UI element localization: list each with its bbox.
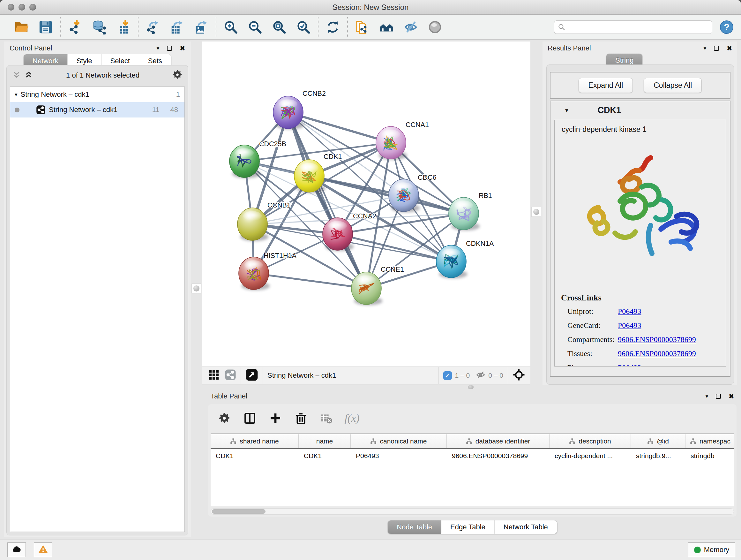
control-panel-float-icon[interactable] <box>167 46 172 51</box>
table-cell[interactable]: CDK1 <box>299 449 351 463</box>
node-label: CCNB1 <box>267 201 291 209</box>
export-table-button[interactable] <box>169 19 185 35</box>
left-splitter-handle[interactable] <box>192 284 201 294</box>
column-header-shared-name[interactable]: shared name <box>211 434 299 448</box>
right-splitter-handle[interactable] <box>531 207 541 217</box>
network-edge[interactable] <box>254 273 366 288</box>
table-row[interactable]: CDK1CDK1P064939606.ENSP00000378699cyclin… <box>211 449 734 463</box>
column-header-canonical-name[interactable]: canonical name <box>351 434 447 448</box>
network-node-CDKN1A[interactable]: CDKN1A <box>436 240 494 278</box>
collection-expand-icon[interactable]: ▾ <box>15 91 17 98</box>
columns-button[interactable] <box>243 412 257 425</box>
entry-collapse-icon[interactable]: ▾ <box>565 107 568 114</box>
window-title: Session: New Session <box>0 3 741 12</box>
network-node-RB1[interactable]: RB1 <box>449 192 492 231</box>
warnings-button[interactable] <box>34 543 52 557</box>
save-session-button[interactable] <box>38 19 54 35</box>
birds-eye-view-icon[interactable] <box>208 369 219 382</box>
memory-button[interactable]: Memory <box>688 543 735 557</box>
network-edge[interactable] <box>288 112 391 143</box>
export-image-button[interactable] <box>193 19 209 35</box>
column-header-description[interactable]: description <box>549 434 631 448</box>
results-panel-float-icon[interactable] <box>714 46 719 51</box>
search-input[interactable] <box>568 23 709 31</box>
detach-view-icon[interactable] <box>246 368 258 383</box>
export-network-button[interactable] <box>145 19 161 35</box>
crosslink-row: Tissues:9606.ENSP00000378699 <box>567 349 721 358</box>
column-header-database-identifier[interactable]: database identifier <box>447 434 549 448</box>
zoom-selected-button[interactable] <box>295 19 312 35</box>
crosslink-link[interactable]: P06493 <box>618 321 641 330</box>
table-panel-collapse-icon[interactable]: ▾ <box>705 394 709 399</box>
network-node-HIST1H1A[interactable]: HIST1H1A <box>239 252 296 290</box>
scrollbar-thumb[interactable] <box>212 509 266 514</box>
help-button[interactable]: ? <box>719 20 734 35</box>
statusbar-separator <box>508 367 508 384</box>
expand-all-networks-icon[interactable] <box>24 70 33 81</box>
column-header-name[interactable]: name <box>299 434 351 448</box>
table-cell[interactable]: stringdb <box>685 449 734 463</box>
tab-network-table[interactable]: Network Table <box>495 520 557 534</box>
collapse-all-button[interactable]: Collapse All <box>644 78 702 93</box>
network-column-icon <box>230 438 237 444</box>
refresh-layout-button[interactable] <box>325 19 341 35</box>
add-button[interactable] <box>269 412 282 425</box>
crosslink-link[interactable]: P06493 <box>618 307 641 316</box>
network-edge[interactable] <box>309 176 464 213</box>
column-header-namespac[interactable]: namespac <box>685 434 734 448</box>
copy-share-document-button[interactable] <box>354 19 370 35</box>
import-table-file-button[interactable] <box>116 19 131 35</box>
memory-label: Memory <box>704 546 729 554</box>
crosslink-link[interactable]: 9606.ENSP00000378699 <box>618 335 696 344</box>
tab-node-table[interactable]: Node Table <box>388 520 441 534</box>
show-hide-graphics-button[interactable] <box>403 19 419 35</box>
zoom-out-button[interactable] <box>247 19 263 35</box>
table-panel-close-icon[interactable]: ✖ <box>729 393 734 399</box>
control-panel-collapse-icon[interactable]: ▾ <box>157 46 159 51</box>
table-cell[interactable]: 9606.ENSP00000378699 <box>447 449 549 463</box>
import-network-database-button[interactable] <box>91 19 107 35</box>
fx-button[interactable]: f(x) <box>345 412 359 425</box>
collapse-all-networks-icon[interactable] <box>12 70 21 81</box>
table-panel-float-icon[interactable] <box>716 394 721 399</box>
results-panel-collapse-icon[interactable]: ▾ <box>704 46 706 51</box>
table-cell[interactable]: CDK1 <box>211 449 299 463</box>
first-neighbors-button[interactable] <box>379 19 394 35</box>
network-collection-row[interactable]: ▾ String Network – cdk1 1 <box>10 87 185 102</box>
network-node-CCNA1[interactable]: CCNA1 <box>376 121 429 160</box>
table-delete-button[interactable] <box>320 412 333 425</box>
gear-button[interactable] <box>218 412 231 425</box>
network-node-CCNB2[interactable]: CCNB2 <box>273 90 326 129</box>
string-results-body: Expand All Collapse All ▾ CDK1 cyclin-de… <box>546 64 734 385</box>
network-options-gear-icon[interactable] <box>172 69 183 81</box>
zoom-fit-button[interactable] <box>271 19 287 35</box>
network-canvas[interactable]: CCNB2 CCNA1 CDC25B CDK1 CDC6 <box>202 42 530 367</box>
cloud-button[interactable] <box>7 543 26 557</box>
open-session-button[interactable] <box>13 19 29 35</box>
network-graph[interactable]: CCNB2 CCNA1 CDC25B CDK1 CDC6 <box>202 42 530 367</box>
zoom-in-button[interactable] <box>223 19 239 35</box>
hidden-eye-icon[interactable] <box>475 370 486 381</box>
network-node-CDK1[interactable]: CDK1 <box>294 153 342 193</box>
horizontal-splitter-handle[interactable] <box>468 385 474 389</box>
trash-button[interactable] <box>294 412 308 425</box>
table-horizontal-scrollbar[interactable] <box>211 508 734 515</box>
tab-edge-table[interactable]: Edge Table <box>441 520 495 534</box>
crosslink-link[interactable]: 9606.ENSP00000378699 <box>618 349 696 358</box>
table-cell[interactable]: cyclin-dependent ... <box>549 449 631 463</box>
table-cell[interactable]: stringdb:9... <box>631 449 685 463</box>
fit-content-icon[interactable] <box>513 368 525 383</box>
table-cell[interactable]: P06493 <box>351 449 447 463</box>
selected-checkbox-icon[interactable]: ✓ <box>443 371 452 380</box>
import-network-file-button[interactable] <box>67 19 83 35</box>
results-panel-close-icon[interactable]: ✖ <box>727 45 732 51</box>
network-row[interactable]: String Network – cdk1 11 48 <box>10 102 185 118</box>
expand-all-button[interactable]: Expand All <box>579 78 633 93</box>
preview-sphere-button[interactable] <box>427 19 443 35</box>
network-overview-icon[interactable] <box>225 369 236 382</box>
column-header--id[interactable]: @id <box>631 434 685 448</box>
control-panel-close-icon[interactable]: ✖ <box>180 45 185 51</box>
crosslink-link[interactable]: P06493 <box>618 363 641 367</box>
network-panel-body: 1 of 1 Network selected ▾ String Network… <box>6 65 188 536</box>
network-edge[interactable] <box>288 112 366 288</box>
